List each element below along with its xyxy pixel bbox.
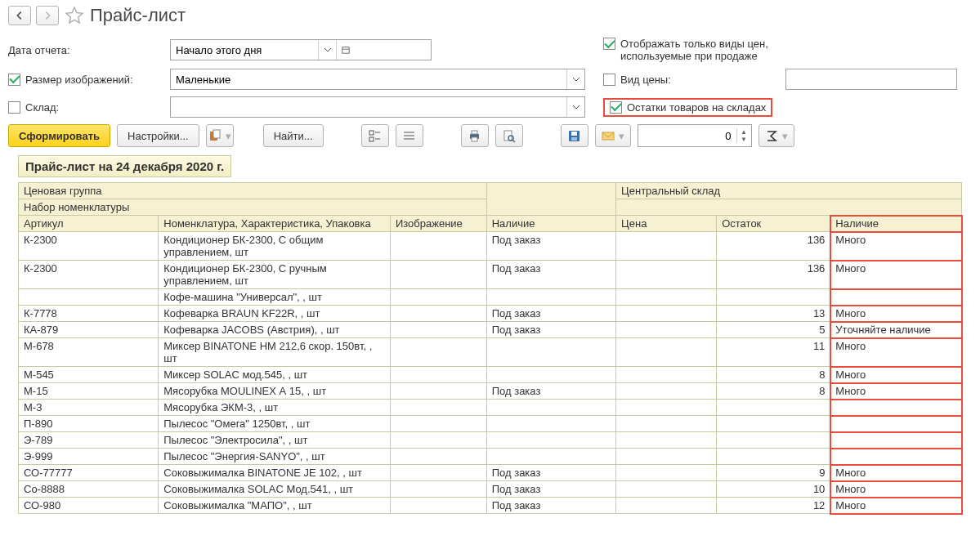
cell-image — [390, 322, 486, 338]
cell-nom: Соковыжималка "МАПО", , шт — [159, 498, 391, 514]
cell-price — [616, 338, 717, 367]
cell-nom: Миксер BINATONE HM 212,6 скор. 150вт, , … — [159, 338, 391, 367]
calendar-icon[interactable] — [336, 40, 354, 60]
cell-price — [616, 416, 717, 432]
find-button[interactable]: Найти... — [263, 124, 324, 147]
back-button[interactable] — [8, 6, 31, 25]
cell-balance — [717, 416, 830, 432]
svg-line-16 — [512, 140, 515, 142]
forward-button[interactable] — [36, 6, 59, 25]
warehouse-checkbox[interactable] — [8, 101, 20, 114]
checkbox-icon[interactable] — [610, 101, 622, 114]
date-input[interactable] — [170, 39, 432, 60]
cell-image — [390, 289, 486, 306]
price-type-checkbox[interactable]: Вид цены: — [603, 74, 671, 86]
sum-button[interactable]: ▾ — [758, 124, 794, 147]
cell-nom: Кондиционер БК-2300, С ручным управление… — [159, 261, 391, 289]
spin-up-icon[interactable]: ▲ — [737, 128, 751, 136]
paste-button[interactable]: ▾ — [206, 124, 234, 147]
cell-price — [616, 432, 717, 449]
settings-button[interactable]: Настройки... — [117, 124, 199, 147]
cell-availability: Под заказ — [486, 322, 615, 338]
number-input[interactable]: ▲▼ — [638, 124, 752, 147]
cell-availability2: Много — [830, 498, 962, 514]
header-article: Артикул — [19, 216, 159, 232]
collapse-groups-button[interactable] — [396, 124, 423, 147]
cell-balance: 9 — [717, 465, 830, 481]
cell-image — [390, 232, 486, 261]
save-button[interactable] — [561, 124, 588, 147]
cell-price — [616, 465, 717, 481]
stock-label: Остатки товаров на складах — [627, 101, 766, 114]
cell-balance — [717, 400, 830, 416]
img-size-field[interactable] — [171, 69, 566, 89]
table-row: СО-980Соковыжималка "МАПО", , штПод зака… — [19, 498, 962, 514]
table-row: К-7778Кофеварка BRAUN KF22R, , штПод зак… — [19, 306, 962, 322]
cell-price — [616, 367, 717, 383]
cell-image — [390, 481, 486, 498]
price-type-field[interactable] — [786, 69, 956, 89]
cell-image — [390, 383, 486, 400]
svg-rect-3 — [213, 130, 220, 138]
cell-article: К-7778 — [19, 306, 159, 322]
cell-availability — [486, 449, 615, 465]
cell-availability2 — [830, 289, 962, 306]
cell-availability — [486, 367, 615, 383]
cell-balance: 136 — [717, 232, 830, 261]
header-availability2: Наличие — [830, 216, 962, 232]
header-central: Центральный склад — [616, 183, 962, 199]
print-button[interactable] — [461, 124, 489, 147]
cell-nom: Кофеварка BRAUN KF22R, , шт — [159, 306, 391, 322]
img-size-checkbox[interactable] — [8, 74, 20, 86]
cell-availability — [486, 289, 615, 306]
email-button[interactable]: ▾ — [595, 124, 631, 147]
table-row: М-3Мясорубка ЭКМ-3, , шт — [19, 400, 962, 416]
cell-nom: Мясорубка ЭКМ-3, , шт — [159, 400, 391, 416]
preview-button[interactable] — [495, 124, 523, 147]
number-field[interactable] — [638, 130, 736, 142]
cell-availability: Под заказ — [486, 383, 615, 400]
price-type-input[interactable] — [785, 69, 957, 90]
page-title: Прайс-лист — [90, 5, 186, 26]
table-row: М-678Миксер BINATONE HM 212,6 скор. 150в… — [19, 338, 962, 367]
cell-availability2 — [830, 400, 962, 416]
cell-image — [390, 367, 486, 383]
warehouse-select[interactable] — [170, 96, 585, 118]
svg-rect-0 — [342, 47, 348, 53]
cell-availability: Под заказ — [486, 465, 615, 481]
checkbox-icon[interactable] — [603, 74, 615, 86]
cell-image — [390, 498, 486, 514]
dropdown-icon[interactable] — [318, 40, 336, 60]
cell-availability — [486, 400, 615, 416]
stock-checkbox[interactable]: Остатки товаров на складах — [603, 98, 772, 117]
cell-availability: Под заказ — [486, 498, 615, 514]
cell-availability2: Много — [830, 465, 962, 481]
header-nom-set: Набор номенклатуры — [19, 199, 487, 216]
warehouse-field[interactable] — [171, 97, 566, 117]
date-field[interactable] — [171, 40, 318, 60]
report-title: Прайс-лист на 24 декабря 2020 г. — [18, 155, 231, 177]
table-row: К-2300Кондиционер БК-2300, С ручным упра… — [19, 261, 962, 289]
cell-availability2: Много — [830, 383, 962, 400]
only-sale-prices-checkbox[interactable]: Отображать только виды цен, используемые… — [603, 38, 768, 62]
cell-availability2 — [830, 449, 962, 465]
cell-price — [616, 322, 717, 338]
expand-groups-button[interactable] — [361, 124, 389, 147]
cell-availability: Под заказ — [486, 232, 615, 261]
cell-balance: 8 — [717, 367, 830, 383]
img-size-select[interactable] — [170, 69, 585, 90]
generate-button[interactable]: Сформировать — [8, 124, 110, 147]
cell-image — [390, 400, 486, 416]
header-balance: Остаток — [717, 216, 830, 232]
only-sale-prices-label-1: Отображать только виды цен, — [620, 38, 768, 50]
cell-nom: Соковыжималка BINATONE JE 102, , шт — [159, 465, 391, 481]
dropdown-icon[interactable] — [566, 69, 584, 89]
cell-availability — [486, 416, 615, 432]
favorite-star-icon[interactable] — [64, 5, 85, 26]
table-row: М-15Мясорубка MOULINEX А 15, , штПод зак… — [19, 383, 962, 400]
dropdown-icon[interactable] — [566, 97, 584, 117]
cell-availability2: Много — [830, 261, 962, 289]
table-row: Э-999Пылесос "Энергия-SANYO", , шт — [19, 449, 962, 465]
checkbox-icon[interactable] — [603, 38, 615, 50]
spin-down-icon[interactable]: ▼ — [737, 136, 751, 143]
